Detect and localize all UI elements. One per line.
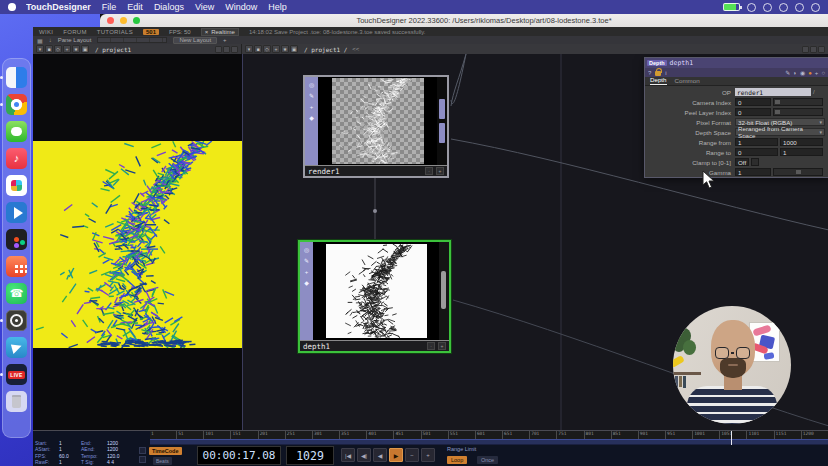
dock-item-vscode[interactable]	[6, 202, 27, 223]
param-header-icon-4[interactable]: +	[815, 70, 819, 76]
apple-menu-icon[interactable]	[8, 3, 16, 11]
keyboard-icon[interactable]	[779, 3, 788, 12]
menu-item-dialogs[interactable]: Dialogs	[154, 2, 184, 12]
mode-cell-1[interactable]	[139, 447, 146, 454]
forum-link[interactable]: FORUM	[63, 29, 87, 35]
ruler-tick[interactable]: 301	[312, 431, 339, 439]
pathbar-button-1[interactable]: ■	[254, 45, 262, 53]
dock-item-finder[interactable]	[6, 67, 27, 88]
ruler-tick[interactable]: 401	[366, 431, 393, 439]
node-side-icon-0[interactable]: ◎	[304, 247, 309, 253]
ruler-tick[interactable]: 1	[150, 431, 176, 439]
toggle-box[interactable]	[751, 158, 759, 166]
dock-item-live[interactable]: LIVE	[6, 364, 27, 385]
tutorials-link[interactable]: TUTORIALS	[97, 29, 133, 35]
new-layout-tab[interactable]: New Layout	[173, 37, 217, 44]
range-bar[interactable]	[150, 439, 828, 445]
node-side-icon-3[interactable]: ◆	[309, 115, 314, 121]
realtime-toggle[interactable]: ×Realtime	[201, 28, 239, 36]
play-forward-button[interactable]: ▶	[389, 448, 403, 462]
tab-common[interactable]: Common	[675, 77, 700, 85]
param-toggle-value[interactable]: Off	[735, 158, 749, 166]
build-badge[interactable]: 501	[143, 29, 159, 35]
window-title-bar[interactable]: TouchDesigner 2022.33600: /Users/rikloma…	[100, 14, 828, 27]
pathbar-button-0[interactable]: ▾	[245, 45, 253, 53]
pathbar-button-0[interactable]: ▾	[36, 45, 44, 53]
dock-item-whatsapp[interactable]: ☎	[6, 283, 27, 304]
menu-item-help[interactable]: Help	[268, 2, 287, 12]
timecode-mode-button[interactable]: TimeCode	[149, 447, 182, 455]
ruler-tick[interactable]: 151	[230, 431, 257, 439]
ruler-tick[interactable]: 251	[285, 431, 312, 439]
node-side-icon-3[interactable]: ◆	[304, 280, 309, 286]
param-header-icon-3[interactable]: ●	[808, 70, 812, 76]
pane-split-button-1[interactable]	[810, 46, 817, 53]
add-layout-button[interactable]: +	[223, 37, 227, 43]
left-pane-path[interactable]: / project1	[95, 46, 131, 53]
ruler-tick[interactable]: 801	[584, 431, 611, 439]
ruler-tick[interactable]: 1001	[692, 431, 719, 439]
node-side-icon-1[interactable]: ✎	[304, 258, 309, 264]
info-icon[interactable]: i	[665, 70, 666, 76]
node-add-button[interactable]: +	[436, 167, 444, 175]
node-scrollbar[interactable]	[439, 242, 449, 340]
lock-icon[interactable]	[655, 71, 661, 76]
ruler-tick[interactable]: 851	[611, 431, 638, 439]
dock-item-telegram[interactable]	[6, 337, 27, 358]
param-slider[interactable]	[773, 98, 823, 106]
node-render1[interactable]: ◎✎+◆ render1 · +	[303, 75, 449, 178]
loop-button[interactable]: Loop	[447, 456, 467, 464]
param-menu-field[interactable]: Reranged from Camera Space▾	[735, 128, 825, 136]
dock-item-calendar[interactable]	[6, 256, 27, 277]
pathbar-button-5[interactable]: ▣	[290, 45, 298, 53]
wire-link-dot[interactable]	[373, 209, 377, 213]
control-center-icon[interactable]	[795, 3, 804, 12]
ruler-tick[interactable]: 51	[176, 431, 203, 439]
node-flag-button[interactable]: ·	[425, 167, 433, 175]
layout-preset-strip[interactable]	[97, 37, 167, 43]
pane-split-button-2[interactable]	[231, 46, 238, 53]
menu-item-view[interactable]: View	[195, 2, 214, 12]
param-slider[interactable]	[773, 168, 823, 176]
battery-icon[interactable]	[723, 3, 740, 11]
menu-item-file[interactable]: File	[102, 2, 117, 12]
dock-item-touchdesigner[interactable]	[6, 310, 27, 331]
mode-cell-2[interactable]	[139, 456, 146, 463]
once-button[interactable]: Once	[477, 456, 498, 464]
param-value-field[interactable]: 0	[735, 98, 771, 106]
param-value-field[interactable]: 0	[735, 108, 771, 116]
render1-thumbnail[interactable]	[332, 78, 424, 164]
step-back-button[interactable]: ◀|	[357, 448, 371, 462]
ruler-tick[interactable]: 1051	[719, 431, 746, 439]
dock-item-slack[interactable]	[6, 175, 27, 196]
play-reverse-button[interactable]: ◀	[373, 448, 387, 462]
ruler-tick[interactable]: 901	[638, 431, 665, 439]
output-viewer-pane[interactable]	[33, 54, 242, 430]
spotlight-icon[interactable]	[811, 3, 820, 12]
pane-split-button-0[interactable]	[802, 46, 809, 53]
param-header-icon-1[interactable]: ◗	[793, 70, 797, 76]
node-connector-tabs[interactable]	[437, 77, 447, 165]
save-layout-icon[interactable]: ↓	[49, 37, 52, 43]
parameter-panel-header[interactable]: Depth depth1	[645, 58, 828, 68]
ruler-tick[interactable]: 1151	[774, 431, 801, 439]
current-frame-field[interactable]: 1029	[286, 446, 334, 465]
grid-layout-icon[interactable]: ▦	[37, 37, 43, 44]
node-name-label[interactable]: depth1	[303, 342, 330, 351]
dock-item-figma[interactable]	[6, 229, 27, 250]
menu-item-window[interactable]: Window	[225, 2, 257, 12]
frame-ruler[interactable]: 1511011512012513013514014515015516016517…	[150, 431, 828, 439]
ruler-tick[interactable]: 201	[258, 431, 285, 439]
help-icon[interactable]: ?	[648, 70, 651, 76]
param-op-field[interactable]: render1	[735, 88, 811, 96]
pathbar-button-3[interactable]: +	[272, 45, 280, 53]
pane-split-button-2[interactable]	[818, 46, 825, 53]
pathbar-button-4[interactable]: ★	[281, 45, 289, 53]
slider-handle[interactable]	[775, 100, 780, 104]
dock-item-trash[interactable]	[6, 391, 27, 412]
timeline-info-value[interactable]: 1	[59, 459, 81, 465]
screen-mirroring-icon[interactable]	[747, 3, 756, 12]
frame-increment-button[interactable]: +	[421, 448, 435, 462]
maximize-button[interactable]	[133, 17, 140, 24]
param-value-field[interactable]: 0	[735, 148, 778, 156]
